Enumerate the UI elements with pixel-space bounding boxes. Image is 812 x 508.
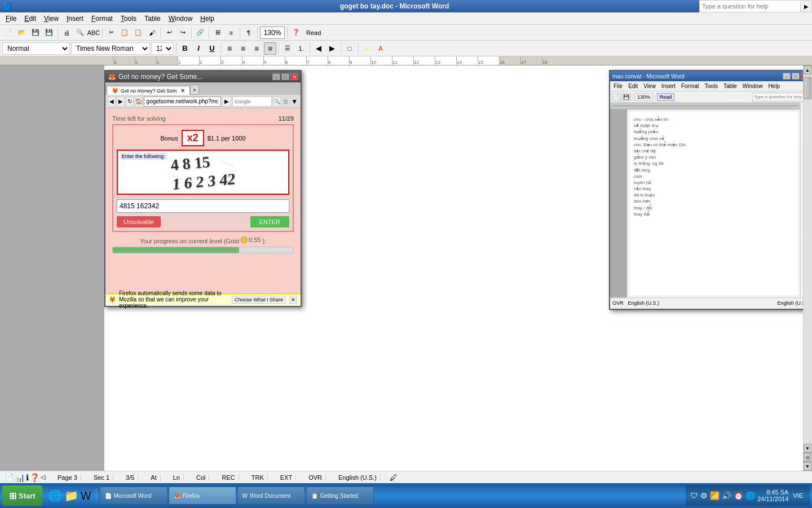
save2-button[interactable]: 💾 [43, 27, 55, 39]
hyperlink-button[interactable]: 🔗 [194, 27, 206, 39]
menu-edit[interactable]: Edit [21, 14, 39, 24]
decrease-indent[interactable]: ◀ [312, 42, 325, 55]
align-left[interactable]: ≡ [223, 42, 236, 55]
menu-help[interactable]: Help [197, 14, 218, 24]
help-input[interactable] [700, 3, 800, 10]
italic-button[interactable]: I [192, 42, 205, 55]
font-size-dropdown[interactable]: 12 [151, 42, 174, 55]
word-bg-menu-file[interactable]: File [611, 82, 625, 90]
menu-view[interactable]: View [41, 14, 62, 24]
scroll-select[interactable]: ◎ [804, 453, 811, 462]
menu-window[interactable]: Window [165, 14, 196, 24]
paste-button[interactable]: 📋 [132, 27, 144, 39]
read-button[interactable]: Read [303, 27, 324, 39]
style-dropdown[interactable]: Normal [2, 42, 70, 55]
help-search-arrow[interactable]: ▶ [800, 1, 811, 12]
reload-button[interactable]: ↻ [126, 97, 134, 107]
bullets-button[interactable]: ☰ [281, 42, 294, 55]
taskbar-task-4[interactable]: 📋Getting Started [306, 487, 374, 505]
open-button[interactable]: 📂 [16, 27, 28, 39]
enter-button[interactable]: ENTER [250, 216, 289, 227]
print-preview-button[interactable]: 🔍 [74, 27, 86, 39]
spell-button[interactable]: ABC [87, 27, 100, 39]
scrollbar-thumb[interactable] [804, 77, 811, 99]
menu-table[interactable]: Table [141, 14, 164, 24]
word-bg-toolbar-btn2[interactable]: 💾 [621, 93, 631, 101]
word-background-window[interactable]: mau convat - Microsoft Word – □ ✕ File E… [609, 70, 812, 310]
copy-button[interactable]: 📋 [118, 27, 131, 39]
go-button[interactable]: ▶ [222, 97, 232, 107]
firefox-browser-window[interactable]: 🦊 Got no money? Get Some... – □ ✕ 🦊 Got … [104, 70, 302, 307]
font-color-button[interactable]: A [374, 42, 387, 55]
cut-button[interactable]: ✂ [105, 27, 117, 39]
word-bg-zoom[interactable]: 130% [634, 93, 653, 101]
word-bg-menu-tools[interactable]: Tools [703, 82, 720, 90]
word-bg-menu-format[interactable]: Format [679, 82, 701, 90]
menu-insert[interactable]: Insert [63, 14, 87, 24]
status-scroll[interactable]: ◁ [41, 474, 45, 481]
choose-share-button[interactable]: Choose What I Share [232, 296, 286, 304]
outside-border[interactable]: □ [343, 42, 356, 55]
highlight-button[interactable]: A [361, 42, 373, 55]
browser-min[interactable]: – [272, 73, 280, 80]
status-icon[interactable]: 📄 [5, 473, 14, 482]
captcha-input[interactable] [117, 199, 289, 213]
paragraph-mark[interactable]: ¶ [242, 27, 255, 39]
help-search-bar[interactable]: ▶ [699, 0, 812, 12]
word-bg-menu-table[interactable]: Table [721, 82, 739, 90]
right-scrollbar[interactable]: ▲ ▼ ◎ ▼ [803, 65, 812, 471]
back-button[interactable]: ◀ [108, 97, 116, 107]
word-bg-min[interactable]: – [783, 73, 791, 80]
scroll-up[interactable]: ▲ [804, 65, 811, 75]
underline-button[interactable]: U [206, 42, 218, 55]
word-bg-help-search[interactable] [752, 93, 810, 102]
home-button[interactable]: 🏠 [135, 97, 143, 107]
tab-close[interactable]: ✕ [180, 87, 185, 94]
save-button[interactable]: 💾 [29, 27, 42, 39]
font-dropdown[interactable]: Times New Roman [71, 42, 150, 55]
browser-close[interactable]: ✕ [290, 73, 298, 80]
word-bg-menu-view[interactable]: View [641, 82, 658, 90]
align-center[interactable]: ≡ [237, 42, 249, 55]
word-bg-toolbar-btn1[interactable]: 📄 [611, 93, 621, 101]
taskbar-folder-icon[interactable]: 📁 [64, 489, 78, 502]
start-button[interactable]: ⊞ Start [2, 485, 42, 506]
status-help-icon[interactable]: ❓ [30, 473, 39, 482]
info-close-button[interactable]: ✕ [289, 296, 297, 304]
taskbar-word-icon[interactable]: W [81, 489, 91, 502]
word-bg-menu-help[interactable]: Help [766, 82, 782, 90]
new-tab-button[interactable]: + [190, 85, 199, 95]
taskbar-task-3[interactable]: WWord Document [237, 487, 305, 505]
format-painter[interactable]: 🖌 [145, 27, 158, 39]
status-track-icon[interactable]: 📊 [15, 473, 25, 482]
bold-button[interactable]: B [179, 42, 191, 55]
menu-format[interactable]: Format [88, 14, 116, 24]
numbering-button[interactable]: 1. [295, 42, 307, 55]
taskbar-task-2[interactable]: 🦊Firefox [169, 487, 236, 505]
increase-indent[interactable]: ▶ [326, 42, 338, 55]
word-bg-menu-window[interactable]: Window [740, 82, 765, 90]
align-justify[interactable]: ≡ [264, 42, 276, 55]
status-info-icon[interactable]: ℹ [26, 473, 29, 482]
taskbar-ie-icon[interactable]: 🌐 [48, 489, 62, 502]
scroll-right[interactable]: ▼ [804, 462, 811, 471]
word-bg-help-input[interactable] [753, 94, 809, 99]
word-bg-menu-insert[interactable]: Insert [659, 82, 678, 90]
scroll-down[interactable]: ▼ [804, 444, 811, 453]
bookmark-star[interactable]: ☆ [282, 97, 289, 107]
search-bar[interactable] [232, 97, 272, 107]
browser-max[interactable]: □ [281, 73, 289, 80]
print-button[interactable]: 🖨 [60, 27, 73, 39]
menu-file[interactable]: File [2, 14, 20, 24]
forward-button[interactable]: ▶ [117, 97, 125, 107]
word-bg-menu-edit[interactable]: Edit [626, 82, 640, 90]
url-bar[interactable] [144, 97, 221, 107]
new-button[interactable]: 📄 [2, 27, 15, 39]
taskbar-task-1[interactable]: 📄Microsoft Word [100, 487, 167, 505]
bookmark-menu[interactable]: ▼ [291, 97, 298, 107]
word-bg-max[interactable]: □ [792, 73, 800, 80]
table-button[interactable]: ⊞ [211, 27, 224, 39]
help-button[interactable]: ❓ [290, 27, 302, 39]
word-bg-read[interactable]: Read [657, 93, 675, 101]
redo-button[interactable]: ↪ [176, 27, 189, 39]
